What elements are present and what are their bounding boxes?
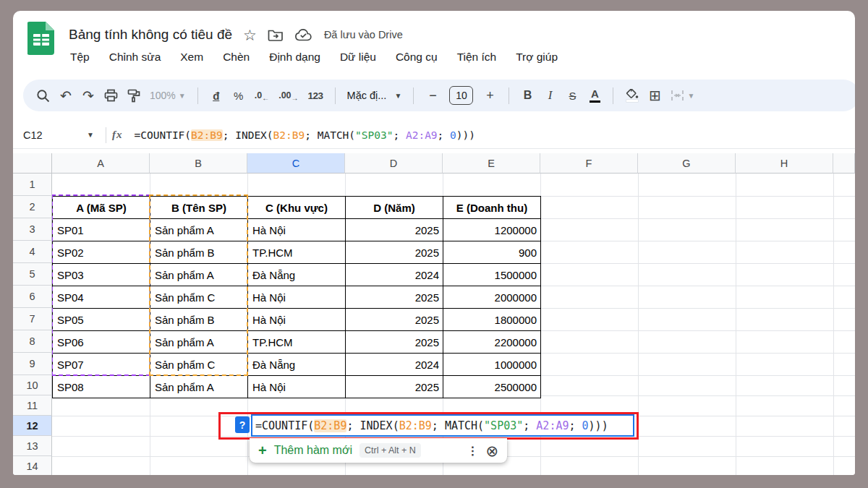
menu-help[interactable]: Trợ giúp xyxy=(516,51,558,64)
table-cell[interactable]: 2025 xyxy=(346,219,443,241)
format-currency-button[interactable]: đ xyxy=(210,90,223,102)
column-header-b[interactable]: B xyxy=(150,153,247,174)
cell-formula-editor[interactable]: =COUNTIF(B2:B9; INDEX(B2:B9; MATCH("SP03… xyxy=(251,414,634,437)
bold-button[interactable]: B xyxy=(521,89,534,102)
close-icon[interactable]: ⊗ xyxy=(485,443,498,458)
column-header-d[interactable]: D xyxy=(345,153,443,174)
row-header-2[interactable]: 2 xyxy=(13,196,52,218)
row-header-12[interactable]: 12 xyxy=(13,416,52,436)
table-cell[interactable]: Hà Nội xyxy=(248,219,346,241)
table-cell[interactable]: 1500000 xyxy=(443,264,541,286)
row-header-9[interactable]: 9 xyxy=(13,353,52,375)
table-cell[interactable]: 1000000 xyxy=(443,354,541,376)
table-header-cell[interactable]: D (Năm) xyxy=(346,197,443,219)
text-color-button[interactable]: A xyxy=(588,88,601,103)
table-cell[interactable]: 2000000 xyxy=(443,286,541,309)
more-options-icon[interactable]: ⋮ xyxy=(467,444,478,458)
table-cell[interactable]: 1200000 xyxy=(443,219,541,241)
table-cell[interactable]: Sản phẩm A xyxy=(150,376,248,398)
add-new-function-button[interactable]: Thêm hàm mới xyxy=(274,444,352,457)
table-header-cell[interactable]: E (Doanh thu) xyxy=(443,197,541,219)
column-header-a[interactable]: A xyxy=(52,153,150,174)
row-header-8[interactable]: 8 xyxy=(13,330,52,353)
table-cell[interactable]: Hà Nội xyxy=(248,286,346,309)
format-percent-button[interactable]: % xyxy=(232,90,245,102)
name-box-caret-icon[interactable]: ▼ xyxy=(87,131,94,139)
column-header-c[interactable]: C xyxy=(247,153,345,174)
print-icon[interactable] xyxy=(104,89,118,102)
fill-color-button[interactable] xyxy=(625,89,639,103)
font-family-dropdown[interactable]: Mặc đị...▼ xyxy=(347,90,402,101)
table-cell[interactable]: Hà Nội xyxy=(248,376,346,398)
merge-cells-button[interactable]: ▼ xyxy=(671,90,694,101)
table-cell[interactable]: 900 xyxy=(443,241,541,264)
named-function-popup: + Thêm hàm mới Ctrl + Alt + N ⋮ ⊗ xyxy=(250,438,507,463)
row-header-6[interactable]: 6 xyxy=(13,286,52,308)
table-header-cell[interactable]: C (Khu vực) xyxy=(248,197,346,219)
decrease-font-size-button[interactable]: − xyxy=(425,88,440,103)
number-format-button[interactable]: 123 xyxy=(308,90,323,101)
row-header-3[interactable]: 3 xyxy=(13,218,52,241)
formula-token: ; INDEX( xyxy=(346,419,399,432)
menu-file[interactable]: Tệp xyxy=(70,51,90,64)
table-cell[interactable]: 2024 xyxy=(346,264,443,286)
table-cell[interactable]: TP.HCM xyxy=(248,241,346,264)
table-cell[interactable]: SP08 xyxy=(53,376,150,398)
formula-input[interactable]: =COUNTIF(B2:B9; INDEX(B2:B9; MATCH("SP03… xyxy=(135,129,476,141)
table-cell[interactable]: TP.HCM xyxy=(248,331,346,354)
star-icon[interactable]: ☆ xyxy=(243,27,257,43)
move-to-folder-icon[interactable] xyxy=(268,28,284,41)
spreadsheet-grid[interactable]: A (Mã SP)B (Tên SP)C (Khu vực)D (Năm)E (… xyxy=(13,153,855,475)
column-header-partial[interactable] xyxy=(833,153,855,174)
zoom-control[interactable]: 100%▼ xyxy=(150,90,186,101)
table-cell[interactable]: 2025 xyxy=(346,241,443,264)
table-cell[interactable]: 2025 xyxy=(346,309,443,331)
document-title[interactable]: Bảng tính không có tiêu đề xyxy=(69,27,232,43)
decrease-decimal-button[interactable]: .0← xyxy=(255,90,269,100)
font-size-input[interactable]: 10 xyxy=(449,86,473,105)
row-header-4[interactable]: 4 xyxy=(13,241,52,263)
undo-icon[interactable]: ↶ xyxy=(59,87,72,104)
menu-data[interactable]: Dữ liệu xyxy=(340,51,376,64)
table-cell[interactable]: 2200000 xyxy=(443,331,541,354)
google-sheets-logo-icon[interactable] xyxy=(27,21,55,56)
redo-icon[interactable]: ↷ xyxy=(82,87,95,104)
table-cell[interactable]: Hà Nội xyxy=(248,309,346,331)
table-cell[interactable]: 1800000 xyxy=(443,309,541,331)
column-header-h[interactable]: H xyxy=(736,153,833,174)
search-icon[interactable] xyxy=(36,89,50,103)
column-header-e[interactable]: E xyxy=(443,153,540,174)
table-cell[interactable]: 2024 xyxy=(346,354,443,376)
row-header-11[interactable]: 11 xyxy=(13,395,52,416)
strikethrough-button[interactable]: S xyxy=(566,90,579,102)
table-cell[interactable]: 2025 xyxy=(346,286,443,309)
menu-tools[interactable]: Công cụ xyxy=(396,51,438,64)
table-cell[interactable]: Đà Nẵng xyxy=(248,264,346,286)
italic-button[interactable]: I xyxy=(543,88,556,103)
menu-view[interactable]: Xem xyxy=(180,51,203,64)
range-highlight-a2-a9 xyxy=(51,194,150,376)
row-header-14[interactable]: 14 xyxy=(13,456,52,475)
table-cell[interactable]: Đà Nẵng xyxy=(248,354,346,376)
menu-format[interactable]: Định dạng xyxy=(269,51,320,64)
row-header-1[interactable]: 1 xyxy=(13,174,52,196)
row-header-10[interactable]: 10 xyxy=(13,375,52,395)
row-header-13[interactable]: 13 xyxy=(13,436,52,456)
menu-extensions[interactable]: Tiện ích xyxy=(457,51,497,64)
increase-font-size-button[interactable]: + xyxy=(482,88,497,103)
select-all-corner[interactable] xyxy=(13,153,52,174)
formula-help-badge[interactable]: ? xyxy=(235,416,250,433)
menu-insert[interactable]: Chèn xyxy=(223,51,250,64)
row-header-7[interactable]: 7 xyxy=(13,308,52,330)
increase-decimal-button[interactable]: .00→ xyxy=(278,90,298,100)
column-header-g[interactable]: G xyxy=(638,153,736,174)
table-cell[interactable]: 2025 xyxy=(346,331,443,354)
name-box[interactable]: C12 ▼ xyxy=(13,129,98,141)
paint-format-icon[interactable] xyxy=(127,89,140,103)
row-header-5[interactable]: 5 xyxy=(13,263,52,286)
menu-edit[interactable]: Chỉnh sửa xyxy=(109,51,161,64)
table-cell[interactable]: 2500000 xyxy=(443,376,541,398)
table-cell[interactable]: 2025 xyxy=(346,376,443,398)
borders-button[interactable]: ⊞ xyxy=(648,87,661,104)
column-header-f[interactable]: F xyxy=(540,153,638,174)
